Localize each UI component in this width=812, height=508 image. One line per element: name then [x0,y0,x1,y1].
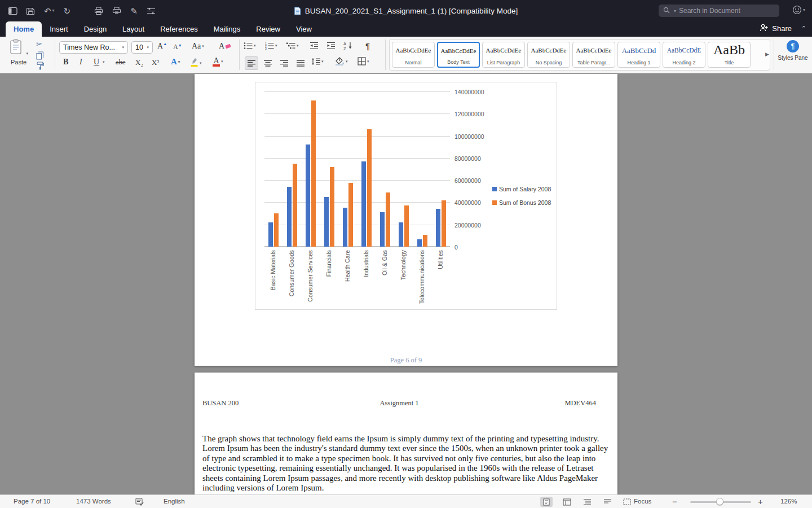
page-7[interactable]: BUSAN 200 Assignment 1 MDEV464 The graph… [195,373,617,494]
line-spacing-button[interactable]: ▾ [311,58,324,65]
style-table-paragr-[interactable]: AaBbCcDdEeTable Paragr... [572,42,615,68]
word-count[interactable]: 1473 Words [76,498,111,505]
underline-button[interactable]: U [94,58,99,67]
highlight-button[interactable]: ▾ [190,57,202,69]
chart-bar-bonus[interactable] [442,200,446,247]
spellcheck-icon[interactable] [134,497,144,506]
legend-item[interactable]: Sum of Salary 2008 [492,186,551,192]
font-color-button[interactable]: A ▾ [213,57,223,67]
underline-caret-icon[interactable]: ▾ [102,60,105,64]
chart-bar-bonus[interactable] [367,129,372,247]
undo-caret-icon[interactable]: ▾ [52,8,55,13]
font-size-select[interactable]: 10▾ [131,41,153,54]
chart-bar-bonus[interactable] [274,213,279,247]
view-options-icon[interactable] [147,7,156,15]
tab-references[interactable]: References [152,21,205,37]
style-title[interactable]: AaBbTitle [708,42,751,68]
page-6[interactable]: 1400000001200000001000000008000000060000… [195,74,617,366]
format-painter-icon[interactable] [36,62,44,70]
style-normal[interactable]: AaBbCcDdEeNormal [392,42,435,68]
chart-bar-bonus[interactable] [423,235,427,247]
tab-insert[interactable]: Insert [42,21,76,37]
paste-caret-icon[interactable]: ▾ [26,51,28,55]
clear-formatting-button[interactable]: A [219,42,231,51]
align-left-button[interactable] [245,56,258,70]
tab-design[interactable]: Design [76,21,114,37]
paste-button[interactable]: ▾ Paste [6,39,32,65]
chart-bar-salary[interactable] [268,222,273,247]
copy-icon[interactable] [36,51,44,60]
shrink-font-button[interactable]: A▼ [173,43,182,51]
language-indicator[interactable]: English [164,498,185,505]
body-paragraph[interactable]: The graph shows that technology field ea… [202,434,610,493]
numbering-button[interactable]: 123▾ [265,42,277,50]
web-layout-view-icon[interactable] [561,497,573,507]
zoom-out-button[interactable]: − [672,497,677,506]
chart-bar-salary[interactable] [399,222,403,247]
text-effects-button[interactable]: A▾ [171,57,180,67]
chart-bar-bonus[interactable] [330,167,334,247]
embedded-chart[interactable]: 1400000001200000001000000008000000060000… [255,82,557,310]
style-no-spacing[interactable]: AaBbCcDdEeNo Spacing [527,42,570,68]
zoom-percent[interactable]: 126% [780,498,797,505]
multilevel-list-button[interactable]: ▾ [286,42,299,50]
tab-layout[interactable]: Layout [114,21,152,37]
chart-bar-salary[interactable] [306,144,310,247]
tab-review[interactable]: Review [248,21,288,37]
page-indicator[interactable]: Page 7 of 10 [14,498,50,505]
chart-bar-salary[interactable] [324,197,329,247]
align-center-button[interactable] [261,56,275,70]
outline-view-icon[interactable] [581,497,593,507]
subscript-button[interactable]: X₂ [135,58,143,67]
increase-indent-button[interactable] [326,42,336,50]
sidebar-toggle-icon[interactable] [8,7,17,15]
chart-bar-salary[interactable] [343,208,347,247]
search-scope-caret-icon[interactable]: ▾ [674,8,676,14]
change-case-button[interactable]: Aa▾ [192,42,204,51]
align-right-button[interactable] [277,56,291,70]
decrease-indent-button[interactable] [310,42,319,50]
chart-bar-salary[interactable] [380,212,385,247]
feedback-smiley-icon[interactable]: ▾ [792,5,805,15]
focus-icon[interactable] [622,497,632,506]
styles-gallery-more-icon[interactable]: ▶ [765,51,769,57]
search-input[interactable]: ▾ Search in Document [659,5,779,17]
superscript-button[interactable]: X² [152,58,159,67]
pilcrow-button[interactable]: ¶ [365,41,370,51]
chart-bar-bonus[interactable] [293,164,297,247]
legend-item[interactable]: Sum of Bonus 2008 [492,199,551,206]
collapse-ribbon-icon[interactable]: ⌃ [801,25,806,32]
style-heading-2[interactable]: AaBbCcDdEHeading 2 [663,42,705,68]
bullets-button[interactable]: ▾ [244,42,256,50]
print-icon[interactable] [94,7,103,15]
style-body-text[interactable]: AaBbCcDdEeBody Text [437,42,480,68]
chart-bar-bonus[interactable] [386,192,390,247]
tab-mailings[interactable]: Mailings [206,21,249,37]
tab-view[interactable]: View [288,21,320,37]
document-canvas[interactable]: 1400000001200000001000000008000000060000… [0,74,812,494]
styles-pane-button[interactable]: ¶ Styles Pane [778,40,808,61]
draw-icon[interactable]: ✎ [130,7,138,15]
style-heading-1[interactable]: AaBbCcDdHeading 1 [617,42,660,68]
font-name-select[interactable]: Times New Ro...▾ [59,41,128,54]
italic-button[interactable]: I [80,58,82,67]
style-list-paragraph[interactable]: AaBbCcDdEeList Paragraph [482,42,525,68]
chart-bar-salary[interactable] [436,209,440,247]
zoom-in-button[interactable]: + [758,497,763,506]
bold-button[interactable]: B [63,58,68,67]
quick-print-icon[interactable] [112,7,121,15]
cut-icon[interactable]: ✂ [36,40,42,49]
share-button[interactable]: Share [760,24,792,33]
zoom-slider-knob[interactable] [716,498,723,505]
chart-bar-bonus[interactable] [404,205,409,247]
focus-label[interactable]: Focus [634,498,651,505]
justify-button[interactable] [294,56,307,70]
print-layout-view-icon[interactable] [540,497,553,507]
chart-bar-salary[interactable] [417,239,422,247]
chart-bar-salary[interactable] [287,187,292,247]
borders-button[interactable]: ▾ [358,57,369,65]
shading-button[interactable]: ▾ [335,57,348,65]
draft-view-icon[interactable] [601,497,614,507]
chart-bar-salary[interactable] [361,161,366,247]
grow-font-button[interactable]: A▲ [157,42,167,51]
